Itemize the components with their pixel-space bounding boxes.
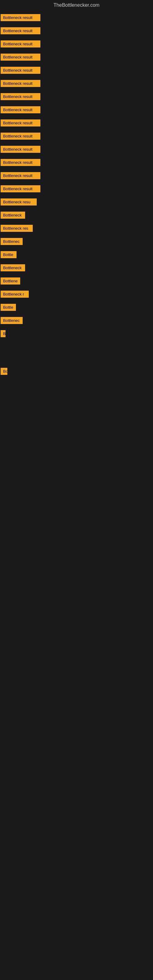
list-item [0,353,153,359]
bottleneck-result-bar[interactable]: Bottleneck result [1,14,40,21]
bottleneck-result-bar[interactable]: Bottle [1,251,16,258]
list-item: Bottleneck resu [0,196,153,208]
bottleneck-result-bar[interactable]: Bottleneck [1,212,25,219]
list-item: Bottlenec [0,235,153,248]
list-item: Bottleneck result [0,143,153,156]
list-item [0,390,153,396]
list-item: Bottleneck result [0,77,153,90]
bottleneck-result-bar[interactable]: Bottlenec [1,238,22,245]
list-item: Bottleneck result [0,24,153,37]
list-item: Bottleneck result [0,116,153,130]
list-item: Bo [0,365,153,378]
bottleneck-result-bar[interactable]: Bottleneck result [1,40,40,48]
list-item: Bottleneck result [0,130,153,143]
list-item [0,359,153,365]
bottleneck-result-bar[interactable]: Bottleneck resu [1,199,37,205]
list-item [0,396,153,402]
bottleneck-result-bar[interactable]: Bottleneck res [1,225,33,232]
list-item: B [0,327,153,340]
bottleneck-result-bar[interactable]: Bottlenec [1,317,22,324]
bottleneck-result-bar[interactable]: Bottleneck result [1,159,40,166]
list-item: Bottleneck result [0,64,153,77]
list-item: Bottleneck r [0,288,153,301]
bottleneck-result-bar[interactable]: Bottleneck result [1,54,40,60]
bottleneck-result-bar[interactable]: Bottleneck result [1,67,40,74]
bottleneck-result-bar[interactable]: Bottleneck result [1,133,40,140]
list-item: Bottle [0,248,153,261]
list-item: Bottleneck result [0,11,153,24]
bottleneck-result-bar[interactable]: Bottleneck result [1,93,40,100]
bottleneck-result-bar[interactable]: Bottleneck r [1,291,29,298]
bottleneck-result-bar[interactable]: Bottleneck result [1,119,40,126]
list-item [0,346,153,353]
bottleneck-result-bar[interactable]: Bottleneck result [1,172,40,179]
site-title: TheBottlenecker.com [0,0,153,11]
bottleneck-result-bar[interactable]: Bottleneck result [1,146,40,153]
bottleneck-result-bar[interactable]: Bo [1,368,7,375]
list-item: Bottleneck result [0,103,153,116]
list-item: Bottleneck result [0,37,153,51]
list-item: Bottle [0,301,153,314]
list-item [0,340,153,346]
bottleneck-result-bar[interactable]: Bottleneck [1,264,25,271]
list-item: Bottleneck result [0,182,153,196]
list-item: Bottleneck [0,208,153,222]
list-item: Bottlenec [0,314,153,327]
bottleneck-result-bar[interactable]: Bottlene [1,277,20,285]
bottleneck-result-bar[interactable]: Bottleneck result [1,27,40,34]
list-item [0,378,153,384]
bottleneck-result-bar[interactable]: Bottleneck result [1,80,40,87]
list-item [0,384,153,390]
list-item: Bottleneck result [0,90,153,103]
bottleneck-result-bar[interactable]: B [1,330,5,337]
list-item: Bottleneck res [0,222,153,235]
bottleneck-result-bar[interactable]: Bottleneck result [1,106,40,113]
site-title-container: TheBottlenecker.com [0,0,153,11]
bottleneck-result-bar[interactable]: Bottle [1,304,16,311]
list-item: Bottlene [0,274,153,288]
bottleneck-result-bar[interactable]: Bottleneck result [1,185,40,192]
list-item: Bottleneck result [0,51,153,64]
list-item: Bottleneck [0,261,153,274]
rows-container: Bottleneck resultBottleneck resultBottle… [0,11,153,402]
list-item: Bottleneck result [0,169,153,182]
list-item: Bottleneck result [0,156,153,169]
